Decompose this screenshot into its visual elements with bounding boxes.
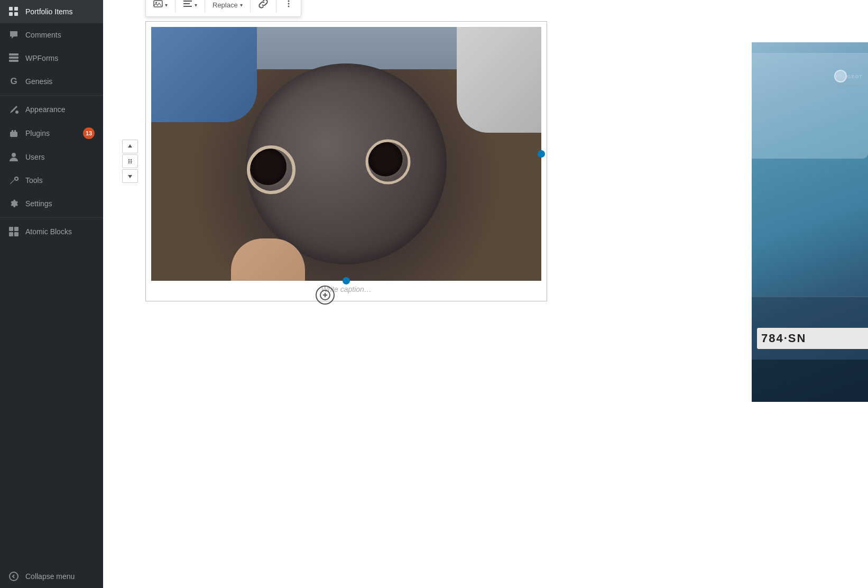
sidebar-item-label: Plugins — [25, 129, 77, 137]
svg-point-26 — [131, 159, 132, 160]
svg-rect-14 — [9, 232, 13, 236]
svg-rect-3 — [14, 12, 18, 16]
second-image: PEUGEOT fast confidence 784·SN — [752, 42, 868, 402]
svg-point-22 — [288, 1, 289, 2]
plugin-icon — [8, 128, 19, 139]
toolbar-divider-4 — [276, 0, 276, 12]
chevron-down-icon-3: ▾ — [240, 2, 243, 8]
svg-point-28 — [131, 161, 132, 162]
plate-text: 784·SN — [761, 332, 806, 345]
drag-handle[interactable] — [122, 154, 138, 168]
svg-rect-10 — [14, 130, 16, 132]
sidebar-item-comments[interactable]: Comments — [0, 23, 103, 47]
svg-rect-4 — [9, 53, 19, 56]
add-block-button[interactable] — [316, 286, 335, 305]
comment-icon — [8, 30, 19, 40]
cloth-detail — [457, 27, 541, 133]
image-block-wrapper: ▾ ▾ Replace ▾ — [145, 21, 547, 301]
sidebar-item-label: WPForms — [25, 54, 95, 62]
svg-rect-1 — [14, 7, 18, 11]
editor-area: PEUGEOT fast confidence 784·SN — [103, 0, 868, 588]
wrench-icon — [8, 175, 19, 186]
cup-right — [368, 142, 402, 176]
svg-point-29 — [128, 162, 130, 163]
text-align-button[interactable]: ▾ — [178, 0, 202, 14]
svg-point-16 — [10, 572, 18, 581]
sidebar-item-label: Settings — [25, 199, 95, 208]
block-toolbar: ▾ ▾ Replace ▾ — [145, 0, 301, 17]
replace-label: Replace — [213, 1, 238, 9]
sidebar-item-label: Appearance — [25, 105, 95, 114]
sidebar-item-tools[interactable]: Tools — [0, 169, 103, 192]
svg-point-18 — [155, 2, 157, 4]
sidebar-item-label: Users — [25, 153, 95, 161]
main-content: PEUGEOT fast confidence 784·SN — [103, 0, 868, 588]
sidebar-item-label: Collapse menu — [25, 572, 95, 581]
svg-rect-20 — [183, 3, 190, 4]
svg-point-11 — [12, 153, 16, 157]
svg-rect-9 — [12, 130, 13, 132]
sidebar-item-label: Genesis — [25, 77, 95, 86]
svg-rect-13 — [14, 227, 19, 231]
sidebar-item-wpforms[interactable]: WPForms — [0, 47, 103, 70]
image-icon — [153, 0, 163, 11]
block-controls — [122, 140, 138, 183]
ellipsis-vertical-icon — [284, 0, 293, 11]
svg-rect-12 — [9, 227, 13, 231]
blocks-icon — [8, 226, 19, 237]
sidebar-divider — [0, 95, 103, 96]
plugins-badge: 13 — [83, 127, 95, 139]
sidebar-item-genesis[interactable]: G Genesis — [0, 70, 103, 93]
svg-point-27 — [128, 161, 130, 162]
move-up-button[interactable] — [122, 140, 138, 153]
chevron-down-icon-2: ▾ — [195, 2, 197, 8]
svg-rect-19 — [183, 1, 192, 2]
grid-icon — [8, 6, 19, 17]
paint-icon — [8, 104, 19, 115]
sidebar-item-label: Comments — [25, 31, 95, 39]
sidebar-item-settings[interactable]: Settings — [0, 192, 103, 215]
svg-rect-0 — [9, 7, 13, 11]
image-block[interactable]: Write caption… — [145, 21, 547, 301]
svg-rect-21 — [183, 6, 192, 7]
svg-point-25 — [128, 159, 130, 160]
sidebar-divider-2 — [0, 217, 103, 218]
resize-handle-right[interactable] — [538, 150, 545, 158]
image-type-button[interactable]: ▾ — [148, 0, 173, 14]
svg-rect-6 — [9, 60, 19, 62]
svg-point-24 — [288, 6, 289, 7]
coffee-image — [151, 27, 541, 281]
sidebar-item-label: Atomic Blocks — [25, 227, 95, 236]
car-slogan: fast confidence — [838, 84, 863, 87]
g-icon: G — [8, 76, 19, 87]
sidebar-item-users[interactable]: Users — [0, 145, 103, 169]
toolbar-divider-3 — [250, 0, 251, 12]
link-button[interactable] — [253, 0, 274, 14]
car-badge — [834, 70, 847, 82]
svg-rect-5 — [9, 57, 19, 59]
replace-button[interactable]: Replace ▾ — [207, 0, 248, 12]
svg-point-7 — [15, 111, 19, 114]
align-icon — [183, 0, 192, 11]
sidebar-item-portfolio-items[interactable]: Portfolio Items — [0, 0, 103, 23]
jeans-detail — [151, 27, 257, 122]
car-image: PEUGEOT fast confidence 784·SN — [752, 42, 868, 402]
svg-rect-2 — [9, 12, 13, 16]
table-icon — [8, 53, 19, 63]
toolbar-divider-2 — [205, 0, 205, 12]
more-options-button[interactable] — [279, 0, 299, 14]
sidebar-item-plugins[interactable]: Plugins 13 — [0, 121, 103, 145]
sidebar-item-label: Tools — [25, 176, 95, 185]
user-icon — [8, 152, 19, 162]
sidebar-item-collapse-menu[interactable]: Collapse menu — [0, 565, 103, 588]
chevron-down-icon: ▾ — [165, 2, 168, 8]
link-icon — [258, 0, 269, 11]
cup-left — [250, 148, 287, 185]
toolbar-divider-1 — [175, 0, 176, 12]
resize-handle-bottom[interactable] — [343, 277, 350, 284]
sidebar-item-appearance[interactable]: Appearance — [0, 98, 103, 121]
svg-point-30 — [131, 162, 132, 163]
svg-point-23 — [288, 3, 289, 5]
sidebar-item-atomic-blocks[interactable]: Atomic Blocks — [0, 220, 103, 243]
move-down-button[interactable] — [122, 169, 138, 183]
